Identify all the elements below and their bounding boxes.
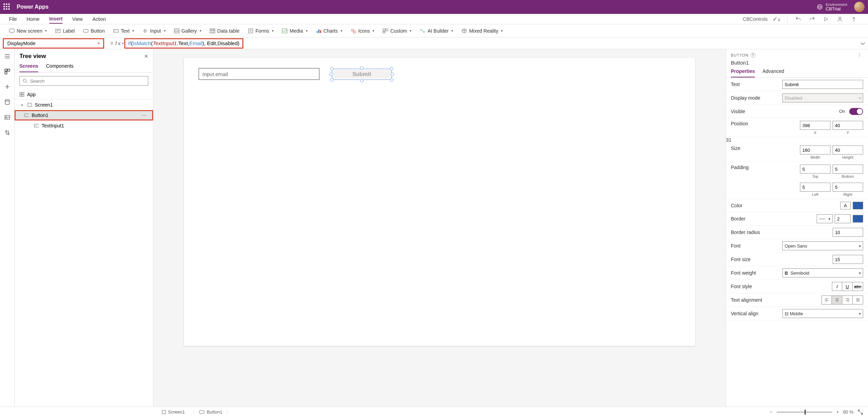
save-status-icon[interactable]: ✓₀ [771,14,782,24]
share-button[interactable] [835,14,845,24]
tree-item-screen1[interactable]: ▾ Screen1 [15,100,153,110]
ribbon-gallery[interactable]: Gallery▾ [174,28,201,34]
zoom-slider[interactable] [777,411,832,413]
resize-handle[interactable] [330,78,334,82]
prop-size-h[interactable] [833,145,863,155]
rail-tree[interactable] [4,68,11,75]
help-icon[interactable]: ? [751,53,756,58]
menu-file[interactable]: File [9,15,17,23]
ribbon-charts[interactable]: Charts▾ [316,28,342,34]
prop-fontsize-input[interactable] [833,255,863,264]
preview-button[interactable] [821,14,831,24]
ribbon-text[interactable]: Text▾ [113,28,134,34]
user-avatar[interactable] [854,2,865,12]
menu-insert[interactable]: Insert [49,15,62,24]
prop-displaymode-select[interactable]: Disabled▾ [782,93,863,102]
expand-icon[interactable]: 〉 [858,52,863,58]
prop-valign-select[interactable]: ⊟ Middle▾ [782,309,863,318]
tree-item-textinput1[interactable]: TextInput1 [15,120,153,131]
tab-screens[interactable]: Screens [19,63,38,72]
resize-handle[interactable] [390,67,393,70]
footer-button-crumb[interactable]: Button1 [194,409,227,415]
ribbon-label[interactable]: Label [55,28,75,34]
align-center[interactable] [832,295,842,305]
fontstyle-underline[interactable]: U [842,282,853,291]
rail-data[interactable] [4,99,11,106]
canvas[interactable]: Input email Submit [184,58,695,346]
prop-visible-toggle[interactable] [849,108,863,115]
resize-handle[interactable] [360,66,364,70]
prop-font-select[interactable]: Open Sans▾ [782,241,863,250]
prop-padding-left[interactable] [800,183,831,192]
resize-handle[interactable] [330,67,334,70]
tab-components[interactable]: Components [46,63,73,72]
ribbon-forms[interactable]: Forms▾ [248,28,274,34]
menu-view[interactable]: View [72,15,83,23]
tree-search[interactable] [19,76,148,86]
screen-icon [27,102,32,107]
more-icon[interactable]: ⋯ [142,112,147,118]
align-justify[interactable] [853,295,863,305]
tree-item-button1[interactable]: Button1 ⋯ [15,110,153,120]
tree-item-app[interactable]: App [15,89,153,100]
canvas-submit-button[interactable]: Submit [333,70,390,78]
rail-insert[interactable] [4,83,11,90]
fontstyle-strike[interactable]: abc [853,282,863,291]
help-button[interactable] [849,14,859,24]
ribbon-mixed-reality[interactable]: Mixed Reality▾ [461,28,503,34]
app-launcher-icon[interactable] [3,3,10,10]
resize-handle[interactable] [329,73,333,76]
prop-color-fill[interactable] [853,202,863,209]
ribbon-input[interactable]: Input▾ [142,28,165,34]
footer-screen-crumb[interactable]: Screen1 [160,409,187,415]
prop-borderradius-input[interactable] [833,228,863,237]
fit-icon[interactable] [858,409,863,415]
prop-fontweight-select[interactable]: B Semibold▾ [782,268,863,277]
redo-button[interactable] [807,14,817,24]
expand-formula-button[interactable] [858,42,868,45]
ribbon-ai-builder[interactable]: AI Builder▾ [420,28,453,34]
rail-media[interactable] [4,114,11,121]
prop-padding-top[interactable] [800,165,831,174]
prop-text-input[interactable] [782,80,863,89]
tab-advanced[interactable]: Advanced [762,68,784,77]
resize-handle[interactable] [360,79,364,82]
undo-button[interactable] [793,14,803,24]
menu-home[interactable]: Home [27,15,40,23]
fontstyle-italic[interactable]: I [832,282,842,291]
prop-padding-bottom[interactable] [833,165,863,174]
prop-position-x[interactable] [800,121,831,130]
zoom-out[interactable]: − [770,409,773,415]
environment-picker[interactable]: Environment CBTrial [817,2,847,11]
prop-position-y[interactable] [833,121,863,130]
app-name[interactable]: CBControls [743,16,768,22]
search-input[interactable] [30,78,145,84]
ribbon-icons[interactable]: Icons▾ [351,28,374,34]
formula-input[interactable]: If(IsMatch(TextInput1.Text, Email), Edit… [124,38,858,49]
ribbon-new-screen[interactable]: New screen▾ [9,28,47,34]
fx-label[interactable]: fx▾ [115,41,124,46]
property-selector[interactable]: DisplayMode ▾ [3,38,104,49]
tab-properties[interactable]: Properties [731,68,755,77]
canvas-textinput[interactable]: Input email [199,68,319,80]
canvas-button-selection[interactable]: Submit [330,67,394,82]
align-right[interactable] [842,295,853,305]
rail-tools[interactable] [4,129,11,136]
ribbon-media[interactable]: Media▾ [282,28,307,34]
prop-border-color[interactable] [853,215,863,223]
resize-handle[interactable] [391,73,394,76]
ribbon-button[interactable]: Button [83,28,105,34]
prop-color-font[interactable]: A [840,202,851,209]
rail-hamburger[interactable] [4,53,11,60]
zoom-in[interactable]: + [836,409,839,415]
ribbon-datatable[interactable]: Data table [210,28,240,34]
prop-padding-right[interactable] [833,183,863,192]
prop-size-w[interactable] [800,145,831,155]
menu-action[interactable]: Action [92,15,106,23]
prop-border-style[interactable]: ▾ [817,214,833,223]
align-left[interactable] [821,295,832,305]
prop-border-width[interactable] [835,214,851,223]
resize-handle[interactable] [390,78,393,82]
ribbon-custom[interactable]: Custom▾ [383,28,411,34]
close-icon[interactable]: ✕ [144,53,148,59]
